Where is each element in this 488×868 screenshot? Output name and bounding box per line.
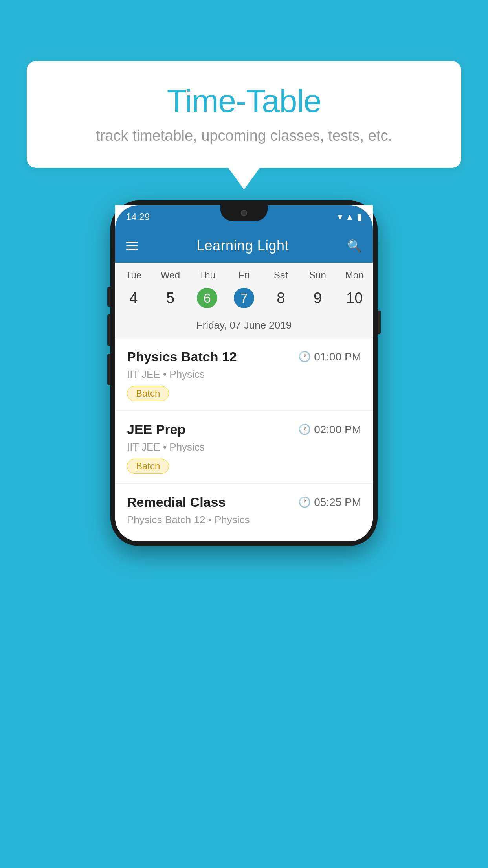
- bubble-subtitle: track timetable, upcoming classes, tests…: [50, 127, 438, 144]
- status-time: 14:29: [126, 211, 150, 223]
- speech-bubble-container: Time-Table track timetable, upcoming cla…: [27, 61, 461, 189]
- calendar-section: Tue Wed Thu Fri Sat Sun Mon 4 5 6 7: [115, 263, 373, 338]
- day-sat: Sat: [262, 270, 299, 281]
- day-wed: Wed: [152, 270, 189, 281]
- date-10[interactable]: 10: [336, 288, 373, 308]
- time-label-3: 05:25 PM: [314, 496, 361, 509]
- clock-icon-2: 🕐: [298, 423, 311, 436]
- clock-icon-1: 🕐: [298, 351, 311, 363]
- bubble-pointer: [228, 168, 260, 189]
- schedule-meta-2: IIT JEE • Physics: [127, 441, 361, 453]
- power-button: [378, 311, 381, 334]
- volume-up-button: [107, 314, 110, 346]
- app-title: Learning Light: [196, 237, 289, 254]
- signal-icon: ▲: [345, 212, 354, 222]
- date-7[interactable]: 7: [226, 288, 262, 308]
- day-headers: Tue Wed Thu Fri Sat Sun Mon: [115, 263, 373, 285]
- clock-icon-3: 🕐: [298, 496, 311, 508]
- volume-down-button: [107, 354, 110, 385]
- speech-bubble: Time-Table track timetable, upcoming cla…: [27, 61, 461, 168]
- schedule-item-2-header: JEE Prep 🕐 02:00 PM: [127, 422, 361, 437]
- selected-date: Friday, 07 June 2019: [115, 315, 373, 338]
- schedule-item-1[interactable]: Physics Batch 12 🕐 01:00 PM IIT JEE • Ph…: [115, 338, 373, 411]
- menu-button[interactable]: [126, 242, 138, 250]
- date-9[interactable]: 9: [299, 288, 336, 308]
- phone-screen: 14:29 ▾ ▲ ▮ Learning Light 🔍: [115, 205, 373, 541]
- camera: [241, 210, 247, 216]
- status-icons: ▾ ▲ ▮: [338, 212, 362, 222]
- date-4[interactable]: 4: [115, 288, 152, 308]
- phone-wrapper: 14:29 ▾ ▲ ▮ Learning Light 🔍: [27, 200, 461, 546]
- date-5[interactable]: 5: [152, 288, 189, 308]
- phone-mockup: 14:29 ▾ ▲ ▮ Learning Light 🔍: [110, 200, 378, 546]
- bubble-title: Time-Table: [50, 83, 438, 120]
- schedule-item-3-header: Remedial Class 🕐 05:25 PM: [127, 495, 361, 510]
- wifi-icon: ▾: [338, 212, 342, 222]
- battery-icon: ▮: [357, 212, 362, 222]
- day-fri: Fri: [226, 270, 262, 281]
- app-bar: Learning Light 🔍: [115, 229, 373, 263]
- date-6[interactable]: 6: [189, 288, 226, 308]
- status-bar: 14:29 ▾ ▲ ▮: [115, 205, 373, 229]
- schedule-meta-1: IIT JEE • Physics: [127, 368, 361, 381]
- schedule-time-3: 🕐 05:25 PM: [298, 496, 361, 509]
- day-mon: Mon: [336, 270, 373, 281]
- schedule-item-3[interactable]: Remedial Class 🕐 05:25 PM Physics Batch …: [115, 484, 373, 541]
- batch-tag-1: Batch: [127, 386, 169, 401]
- search-button[interactable]: 🔍: [347, 239, 362, 253]
- day-thu: Thu: [189, 270, 226, 281]
- schedule-time-1: 🕐 01:00 PM: [298, 351, 361, 363]
- schedule-title-3: Remedial Class: [127, 495, 226, 510]
- notch: [220, 205, 268, 221]
- schedule-item-1-header: Physics Batch 12 🕐 01:00 PM: [127, 349, 361, 364]
- batch-tag-2: Batch: [127, 459, 169, 474]
- day-sun: Sun: [299, 270, 336, 281]
- date-8[interactable]: 8: [262, 288, 299, 308]
- schedule-title-1: Physics Batch 12: [127, 349, 237, 364]
- mute-button: [107, 287, 110, 307]
- day-numbers: 4 5 6 7 8 9 10: [115, 285, 373, 315]
- schedule-item-2[interactable]: JEE Prep 🕐 02:00 PM IIT JEE • Physics Ba…: [115, 411, 373, 484]
- schedule-title-2: JEE Prep: [127, 422, 185, 437]
- schedule-meta-3: Physics Batch 12 • Physics: [127, 514, 361, 526]
- schedule-time-2: 🕐 02:00 PM: [298, 423, 361, 436]
- time-label-1: 01:00 PM: [314, 351, 361, 363]
- time-label-2: 02:00 PM: [314, 423, 361, 436]
- day-tue: Tue: [115, 270, 152, 281]
